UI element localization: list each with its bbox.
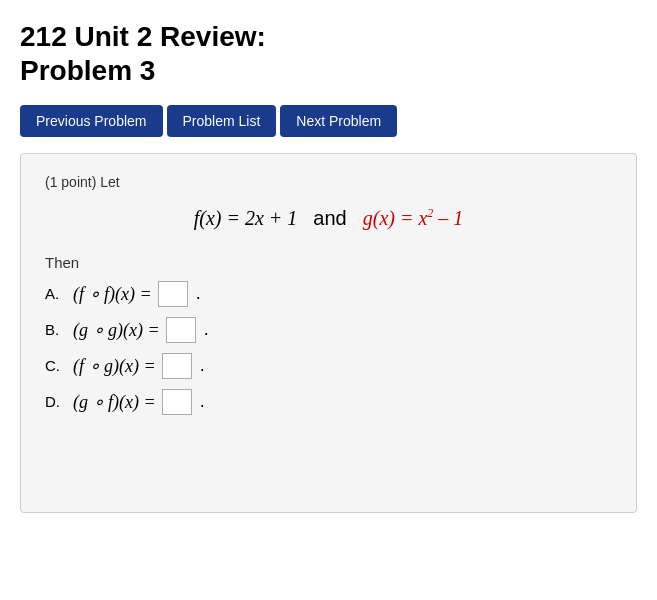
page-title: 212 Unit 2 Review: Problem 3	[20, 20, 637, 87]
part-d-expr: (g ∘ f)(x) =	[73, 391, 156, 413]
part-d-row: D. (g ∘ f)(x) = .	[45, 389, 612, 415]
problem-list-button[interactable]: Problem List	[167, 105, 277, 137]
gx-expression: g(x) = x2 – 1	[363, 206, 464, 230]
part-d-label: D.	[45, 393, 65, 410]
nav-buttons: Previous Problem Problem List Next Probl…	[20, 105, 637, 137]
part-a-row: A. (f ∘ f)(x) = .	[45, 281, 612, 307]
part-b-row: B. (g ∘ g)(x) = .	[45, 317, 612, 343]
part-b-input[interactable]	[166, 317, 196, 343]
part-c-expr: (f ∘ g)(x) =	[73, 355, 156, 377]
fx-expression: f(x) = 2x + 1	[194, 207, 298, 230]
next-problem-button[interactable]: Next Problem	[280, 105, 397, 137]
part-c-row: C. (f ∘ g)(x) = .	[45, 353, 612, 379]
part-c-input[interactable]	[162, 353, 192, 379]
equation-row: f(x) = 2x + 1 and g(x) = x2 – 1	[45, 206, 612, 230]
and-word: and	[313, 207, 346, 230]
part-a-expr: (f ∘ f)(x) =	[73, 283, 152, 305]
part-c-label: C.	[45, 357, 65, 374]
problem-box: (1 point) Let f(x) = 2x + 1 and g(x) = x…	[20, 153, 637, 513]
part-a-input[interactable]	[158, 281, 188, 307]
part-b-label: B.	[45, 321, 65, 338]
point-label: (1 point) Let	[45, 174, 612, 190]
prev-problem-button[interactable]: Previous Problem	[20, 105, 163, 137]
part-d-input[interactable]	[162, 389, 192, 415]
part-b-expr: (g ∘ g)(x) =	[73, 319, 160, 341]
then-label: Then	[45, 254, 612, 271]
part-a-label: A.	[45, 285, 65, 302]
